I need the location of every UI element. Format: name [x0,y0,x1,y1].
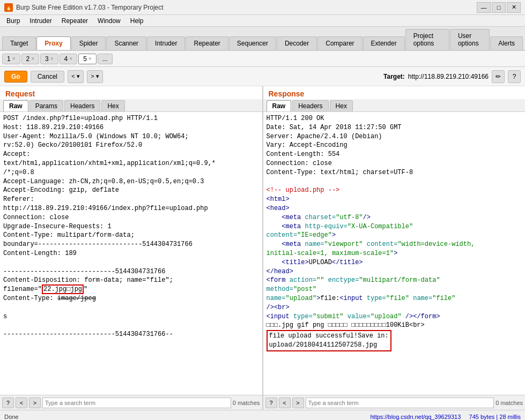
go-button[interactable]: Go [4,71,27,82]
status-right: https://blog.csdn.net/qq_39629313 745 by… [371,414,521,420]
statusbar: Done https://blog.csdn.net/qq_39629313 7… [0,410,525,420]
subtab-3-close[interactable]: × [50,56,54,62]
response-search-bar: ? < > 0 matches [263,395,526,410]
tab-comparer[interactable]: Comparer [317,36,362,50]
response-search-next[interactable]: > [292,398,304,408]
subtab-4[interactable]: 4 × [60,54,78,64]
response-panel: Response Raw Headers Hex HTTP/1.1 200 OK… [263,86,526,410]
menu-intruder[interactable]: Intruder [25,16,56,26]
request-content[interactable]: POST /index.php?file=upload.php HTTP/1.1… [0,112,262,395]
response-search-input[interactable] [306,398,494,408]
titlebar-left: 🔥 Burp Suite Free Edition v1.7.03 - Temp… [4,3,164,12]
tab-user-options[interactable]: User options [450,29,490,50]
response-tab-raw[interactable]: Raw [267,100,292,111]
tab-decoder[interactable]: Decoder [277,36,317,50]
subtab-bar: 1 × 2 × 3 × 4 × 5 × ... [0,51,525,67]
response-search-count: 0 matches [496,400,523,406]
menu-help[interactable]: Help [126,16,148,26]
subtab-1[interactable]: 1 × [2,54,20,64]
response-panel-tabs: Raw Headers Hex [263,99,526,112]
status-text: Done [4,414,18,420]
tab-project-options[interactable]: Project options [405,29,449,50]
request-header: Request [0,86,262,99]
request-tab-hex[interactable]: Hex [101,100,124,111]
request-search-next[interactable]: > [29,398,41,408]
maximize-button[interactable]: □ [492,2,506,13]
subtab-5[interactable]: 5 × [78,54,97,64]
minimize-button[interactable]: — [477,2,491,13]
nav-back-button[interactable]: < ▾ [68,70,84,83]
response-search-prev[interactable]: < [279,398,291,408]
tab-spider[interactable]: Spider [71,36,106,50]
response-search-help[interactable]: ? [265,398,277,408]
request-search-input[interactable] [42,398,231,408]
tab-extender[interactable]: Extender [363,36,405,50]
target-label: Target: [383,73,405,80]
titlebar-controls: — □ ✕ [477,2,521,13]
request-panel-tabs: Raw Params Headers Hex [0,99,262,112]
subtab-2[interactable]: 2 × [21,54,40,64]
request-tab-headers[interactable]: Headers [64,100,100,111]
subtab-5-close[interactable]: × [88,56,92,62]
tab-alerts[interactable]: Alerts [490,36,523,50]
request-panel: Request Raw Params Headers Hex POST /ind… [0,86,263,410]
status-url[interactable]: https://blog.csdn.net/qq_39629313 [371,414,461,420]
tab-scanner[interactable]: Scanner [106,36,146,50]
subtab-3[interactable]: 3 × [40,54,58,64]
tab-repeater[interactable]: Repeater [186,36,228,50]
response-header: Response [263,86,526,99]
menu-burp[interactable]: Burp [2,16,24,26]
help-button[interactable]: ? [508,70,521,83]
target-info: Target: http://118.89.219.210:49166 ✏ ? [383,70,521,83]
menu-repeater[interactable]: Repeater [57,16,92,26]
main-tabs: Target Proxy Spider Scanner Intruder Rep… [0,27,525,51]
request-search-count: 0 matches [233,400,260,406]
request-tab-raw[interactable]: Raw [3,100,28,111]
response-tab-headers[interactable]: Headers [292,100,328,111]
subtab-1-close[interactable]: × [12,56,16,62]
request-search-bar: ? < > 0 matches [0,395,262,410]
response-tab-hex[interactable]: Hex [330,100,353,111]
cancel-button[interactable]: Cancel [31,71,64,82]
tab-intruder[interactable]: Intruder [147,36,185,50]
edit-target-button[interactable]: ✏ [492,70,505,83]
target-url: http://118.89.219.210:49166 [408,73,489,80]
tab-target[interactable]: Target [2,36,36,50]
titlebar: 🔥 Burp Suite Free Edition v1.7.03 - Temp… [0,0,525,15]
tab-sequencer[interactable]: Sequencer [229,36,276,50]
close-button[interactable]: ✕ [507,2,521,13]
request-tab-params[interactable]: Params [29,100,63,111]
subtab-2-close[interactable]: × [31,56,34,62]
subtab-4-close[interactable]: × [69,56,72,62]
status-bytes: 745 bytes | 28 millis [469,414,521,420]
request-search-help[interactable]: ? [2,398,14,408]
main-content: Request Raw Params Headers Hex POST /ind… [0,86,525,410]
tab-proxy[interactable]: Proxy [36,36,70,50]
toolbar: Go Cancel < ▾ > ▾ Target: http://118.89.… [0,67,525,86]
nav-fwd-button[interactable]: > ▾ [87,70,103,83]
titlebar-title: Burp Suite Free Edition v1.7.03 - Tempor… [16,4,164,11]
menu-window[interactable]: Window [93,16,125,26]
request-search-prev[interactable]: < [16,398,27,408]
subtab-more[interactable]: ... [98,54,113,64]
app-icon: 🔥 [4,3,13,12]
response-content[interactable]: HTTP/1.1 200 OK Date: Sat, 14 Apr 2018 1… [263,112,526,395]
menubar: Burp Intruder Repeater Window Help [0,15,525,27]
